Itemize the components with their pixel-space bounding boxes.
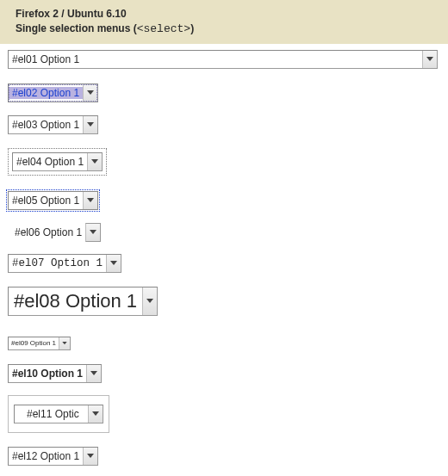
select-el09-value: #el09 Option 1	[9, 339, 59, 347]
chevron-down-icon	[87, 90, 94, 96]
select-el03-value: #el03 Option 1	[9, 119, 83, 131]
dropdown-button-el06[interactable]	[85, 223, 101, 242]
page-header: Firefox 2 / Ubuntu 6.10 Single selection…	[0, 0, 448, 44]
chevron-down-icon	[87, 198, 94, 203]
select-el04[interactable]: #el04 Option 1	[12, 152, 103, 171]
select-el10[interactable]: #el10 Option 1	[8, 364, 102, 383]
row-el03: #el03 Option 1	[8, 115, 448, 134]
row-el02: #el02 Option 1	[8, 83, 448, 102]
chevron-down-icon	[90, 371, 97, 376]
select-el01[interactable]: #el01 Option 1	[8, 50, 438, 69]
select-el02[interactable]: #el02 Option 1	[8, 83, 98, 102]
dropdown-button-el09[interactable]	[59, 337, 70, 349]
subtitle-suffix: )	[190, 22, 194, 34]
select-el10-value: #el10 Option 1	[9, 368, 86, 380]
select-el04-value: #el04 Option 1	[13, 156, 87, 168]
chevron-down-icon	[426, 57, 433, 62]
chevron-down-icon	[90, 230, 96, 235]
row-el09: #el09 Option 1	[8, 333, 448, 350]
select-el05-value: #el05 Option 1	[9, 195, 83, 207]
subtitle-prefix: Single selection menus (	[16, 22, 137, 34]
row-el01: #el01 Option 1	[8, 44, 448, 69]
row-el06: #el06 Option 1	[8, 223, 448, 242]
header-subtitle: Single selection menus (<select>)	[16, 22, 448, 38]
select-el09[interactable]: #el09 Option 1	[8, 337, 71, 350]
dropdown-button-el11[interactable]	[88, 405, 103, 423]
row-el07: #el07 Option 1	[8, 254, 448, 273]
select-el12[interactable]: #el12 Option 1	[8, 447, 98, 466]
chevron-down-icon	[91, 159, 98, 164]
dropdown-button-el03[interactable]	[83, 116, 97, 133]
select-el07[interactable]: #el07 Option 1	[8, 254, 121, 273]
select-el07-value: #el07 Option 1	[9, 257, 106, 269]
solid-border-wrap: #el11 Optic	[8, 395, 109, 433]
row-el12: #el12 Option 1	[8, 447, 448, 466]
dropdown-button-el02[interactable]	[83, 84, 97, 102]
dropdown-button-el10[interactable]	[86, 365, 101, 382]
dotted-border-wrap: #el04 Option 1	[8, 148, 107, 176]
select-el01-value: #el01 Option 1	[9, 53, 83, 65]
dropdown-button-el08[interactable]	[142, 287, 157, 315]
select-el11[interactable]: #el11 Optic	[14, 405, 103, 423]
select-el08-value: #el08 Option 1	[9, 290, 142, 312]
select-el03[interactable]: #el03 Option 1	[8, 115, 98, 134]
row-el10: #el10 Option 1	[8, 364, 448, 383]
select-el11-value: #el11 Optic	[15, 408, 83, 420]
subtitle-code: <select>	[137, 22, 190, 35]
select-el06[interactable]: #el06 Option 1	[8, 223, 101, 242]
row-el08: #el08 Option 1	[8, 287, 448, 316]
dropdown-button-el01[interactable]	[422, 51, 437, 68]
header-title: Firefox 2 / Ubuntu 6.10	[16, 7, 448, 22]
chevron-down-icon	[92, 411, 99, 417]
dropdown-button-el07[interactable]	[106, 255, 121, 272]
content-area: #el01 Option 1 #el02 Option 1 #el03 Opti…	[0, 44, 448, 466]
chevron-down-icon	[62, 342, 67, 345]
dropdown-button-el04[interactable]	[87, 153, 102, 170]
dropdown-button-el12[interactable]	[83, 448, 97, 465]
select-el05[interactable]: #el05 Option 1	[8, 191, 98, 210]
chevron-down-icon	[110, 261, 117, 266]
dropdown-button-el05[interactable]	[83, 192, 97, 209]
chevron-down-icon	[87, 122, 94, 127]
row-el04: #el04 Option 1	[8, 148, 448, 176]
row-el11: #el11 Optic	[8, 395, 448, 433]
select-el08[interactable]: #el08 Option 1	[8, 287, 158, 316]
row-el05: #el05 Option 1	[8, 191, 448, 210]
select-el06-value: #el06 Option 1	[8, 226, 85, 238]
chevron-down-icon	[146, 299, 153, 304]
select-el12-value: #el12 Option 1	[9, 450, 83, 462]
select-el02-value: #el02 Option 1	[9, 87, 83, 99]
chevron-down-icon	[87, 454, 94, 459]
